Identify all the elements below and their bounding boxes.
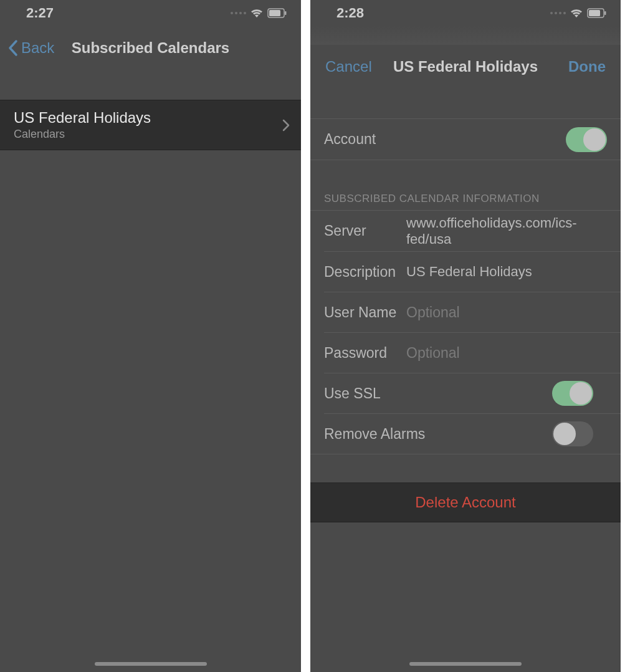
list-item-subtitle: Calendars: [14, 128, 151, 141]
svg-rect-4: [589, 10, 600, 16]
description-value: US Federal Holidays: [406, 264, 532, 280]
modal-header: Cancel US Federal Holidays Done: [310, 45, 621, 89]
server-row[interactable]: Server www.officeholidays.com/ics-fed/us…: [310, 211, 621, 251]
status-bar: 2:28: [310, 0, 621, 26]
password-placeholder: Optional: [406, 345, 460, 362]
cellular-icon: [550, 12, 566, 14]
svg-rect-5: [604, 11, 606, 15]
home-indicator[interactable]: [95, 662, 207, 666]
username-row[interactable]: User Name Optional: [324, 292, 621, 332]
status-time: 2:28: [336, 5, 364, 21]
username-placeholder: Optional: [406, 304, 460, 321]
description-row[interactable]: Description US Federal Holidays: [324, 251, 621, 292]
home-indicator[interactable]: [409, 662, 522, 666]
calendar-info-section: Server www.officeholidays.com/ics-fed/us…: [310, 210, 621, 454]
svg-rect-2: [285, 11, 287, 15]
account-label: Account: [324, 131, 406, 148]
cellular-icon: [231, 12, 246, 14]
account-toggle[interactable]: [566, 127, 607, 152]
done-button[interactable]: Done: [568, 58, 606, 75]
server-value: www.officeholidays.com/ics-fed/usa: [406, 215, 607, 247]
account-row: Account: [310, 119, 621, 160]
status-bar: 2:27: [0, 0, 301, 26]
back-label: Back: [21, 39, 54, 57]
nav-header: Back Subscribed Calendars: [0, 26, 301, 70]
delete-account-label: Delete Account: [415, 494, 515, 511]
usessl-toggle[interactable]: [552, 381, 593, 406]
removealarms-label: Remove Alarms: [324, 426, 425, 443]
battery-icon: [267, 8, 287, 18]
wifi-icon: [250, 8, 264, 18]
status-icons: [550, 8, 607, 18]
cancel-button[interactable]: Cancel: [325, 58, 372, 75]
removealarms-toggle[interactable]: [552, 421, 593, 446]
usessl-label: Use SSL: [324, 385, 381, 402]
password-row[interactable]: Password Optional: [324, 332, 621, 373]
screen-calendar-detail: 2:28 Cancel US Federal Holidays Done Acc…: [310, 0, 621, 672]
list-item-title: US Federal Holidays: [14, 109, 151, 127]
screen-subscribed-calendars: 2:27 Back Subscribed Calendars US Federa…: [0, 0, 310, 672]
status-time: 2:27: [26, 5, 54, 21]
account-section: Account: [310, 118, 621, 160]
password-label: Password: [324, 345, 406, 362]
username-label: User Name: [324, 304, 406, 321]
delete-account-button[interactable]: Delete Account: [310, 482, 621, 522]
back-button[interactable]: Back: [7, 39, 54, 57]
battery-icon: [587, 8, 607, 18]
calendar-list-item[interactable]: US Federal Holidays Calendars: [0, 100, 301, 150]
section-header: SUBSCRIBED CALENDAR INFORMATION: [310, 193, 621, 210]
usessl-row: Use SSL: [324, 373, 621, 413]
wifi-icon: [570, 8, 583, 18]
chevron-left-icon: [7, 39, 19, 57]
server-label: Server: [324, 223, 406, 239]
svg-rect-1: [269, 10, 280, 16]
chevron-right-icon: [282, 119, 290, 132]
description-label: Description: [324, 264, 406, 281]
status-icons: [231, 8, 287, 18]
removealarms-row: Remove Alarms: [324, 413, 621, 454]
